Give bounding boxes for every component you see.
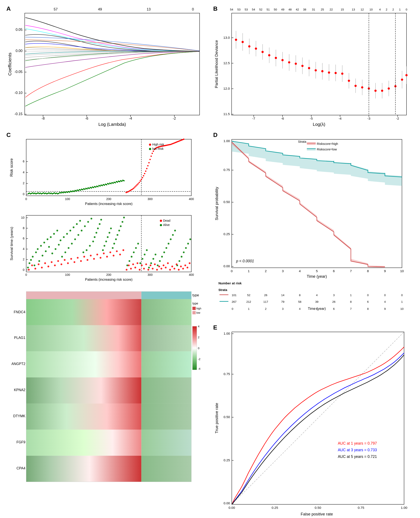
- svg-text:53: 53: [237, 8, 240, 11]
- svg-point-381: [144, 254, 146, 255]
- svg-point-437: [135, 267, 136, 268]
- svg-text:2: 2: [23, 181, 25, 185]
- svg-text:0.00: 0.00: [223, 501, 230, 505]
- svg-point-173: [58, 193, 60, 194]
- svg-text:0: 0: [232, 307, 233, 310]
- svg-point-330: [55, 248, 56, 250]
- svg-point-124: [405, 74, 407, 76]
- svg-text:2: 2: [198, 336, 199, 339]
- svg-point-444: [150, 264, 151, 266]
- panel-de: D 0.00 0.25 0.50 0.75 1.00 0 1 2 3: [211, 131, 416, 518]
- svg-point-325: [47, 238, 48, 240]
- svg-point-207: [95, 186, 96, 188]
- svg-text:49: 49: [98, 7, 102, 11]
- svg-point-255: [148, 162, 150, 163]
- svg-point-436: [132, 263, 134, 265]
- svg-point-86: [281, 59, 283, 61]
- svg-point-386: [155, 254, 156, 255]
- svg-text:26: 26: [264, 294, 267, 297]
- svg-point-211: [99, 185, 101, 186]
- svg-point-78: [255, 47, 257, 50]
- svg-point-456: [176, 263, 177, 265]
- svg-text:4: 4: [23, 247, 25, 251]
- svg-point-365: [112, 247, 113, 249]
- svg-point-410: [51, 261, 52, 263]
- svg-point-90: [294, 62, 297, 65]
- svg-rect-535: [307, 148, 315, 150]
- svg-point-177: [62, 192, 64, 193]
- svg-point-96: [315, 69, 316, 71]
- svg-point-430: [116, 250, 118, 252]
- svg-point-440: [141, 264, 142, 266]
- main-container: A 57 49 13 0 -0.15 -0.10 -0.05 0.00 0.05…: [0, 0, 420, 518]
- svg-text:AUC at 3 years = 0.733: AUC at 3 years = 0.733: [338, 448, 377, 452]
- svg-point-416: [70, 258, 72, 260]
- svg-text:-3: -3: [367, 117, 370, 120]
- svg-text:1: 1: [399, 8, 400, 11]
- svg-text:58: 58: [298, 300, 301, 303]
- svg-rect-482: [141, 299, 191, 325]
- svg-point-225: [115, 182, 116, 183]
- svg-point-389: [161, 256, 163, 258]
- svg-text:100: 100: [65, 273, 70, 277]
- svg-rect-475: [192, 326, 197, 370]
- svg-text:0.00: 0.00: [223, 264, 230, 268]
- svg-text:0: 0: [384, 294, 386, 297]
- svg-text:52: 52: [247, 294, 250, 297]
- svg-text:4: 4: [384, 300, 386, 303]
- svg-point-80: [261, 51, 263, 53]
- svg-point-428: [109, 251, 111, 253]
- svg-point-446: [154, 263, 156, 265]
- svg-point-453: [169, 269, 171, 271]
- svg-text:2: 2: [23, 258, 25, 261]
- svg-text:38: 38: [303, 8, 306, 11]
- svg-point-394: [172, 234, 174, 236]
- svg-text:49: 49: [281, 8, 284, 11]
- svg-point-432: [122, 249, 124, 251]
- svg-text:1: 1: [248, 307, 249, 310]
- svg-point-336: [65, 251, 66, 253]
- svg-point-422: [90, 255, 91, 256]
- svg-text:57: 57: [54, 7, 58, 11]
- svg-text:8: 8: [350, 300, 351, 303]
- svg-text:0.75: 0.75: [358, 506, 364, 510]
- svg-point-413: [60, 263, 62, 265]
- svg-text:p < 0.0001: p < 0.0001: [236, 259, 254, 263]
- svg-point-367: [115, 238, 117, 240]
- svg-point-457: [178, 269, 180, 271]
- svg-text:79: 79: [281, 300, 284, 303]
- svg-point-233: [123, 180, 125, 181]
- svg-text:-6: -6: [85, 116, 88, 120]
- svg-text:0.75: 0.75: [223, 168, 230, 172]
- svg-text:-2: -2: [396, 117, 399, 120]
- svg-point-395: [174, 230, 176, 232]
- svg-point-252: [145, 170, 146, 172]
- panel-a: A 57 49 13 0 -0.15 -0.10 -0.05 0.00 0.05…: [4, 4, 209, 128]
- svg-point-159: [43, 192, 44, 194]
- svg-text:12.0: 12.0: [223, 87, 230, 90]
- svg-text:8: 8: [299, 294, 300, 297]
- svg-point-108: [354, 85, 357, 87]
- svg-point-326: [48, 246, 50, 248]
- svg-text:10: 10: [369, 8, 373, 11]
- svg-point-398: [181, 256, 182, 258]
- svg-point-338: [68, 247, 69, 249]
- panel-c-chart: Risk score 0 2 4 6 0 100 200 300 400 Pat…: [4, 131, 209, 518]
- svg-point-329: [53, 233, 55, 235]
- svg-point-340: [71, 243, 73, 245]
- svg-point-435: [130, 268, 132, 270]
- svg-text:0.50: 0.50: [223, 200, 230, 204]
- panel-b: B 54 53 53 54 52 51 50 49 48 42 38 31 25…: [211, 4, 416, 128]
- svg-text:0.25: 0.25: [271, 506, 278, 510]
- svg-point-313: [27, 267, 29, 268]
- svg-text:4: 4: [299, 307, 300, 310]
- svg-text:0: 0: [406, 8, 407, 11]
- svg-point-353: [92, 240, 94, 242]
- svg-point-217: [106, 184, 107, 185]
- svg-text:0.75: 0.75: [223, 372, 230, 376]
- svg-point-171: [56, 193, 57, 194]
- svg-point-271: [166, 145, 167, 146]
- svg-point-253: [146, 168, 148, 169]
- svg-point-380: [142, 258, 143, 260]
- panel-e-chart: 0.00 0.25 0.50 0.75 1.00 0.00 0.25 0.50 …: [211, 323, 416, 518]
